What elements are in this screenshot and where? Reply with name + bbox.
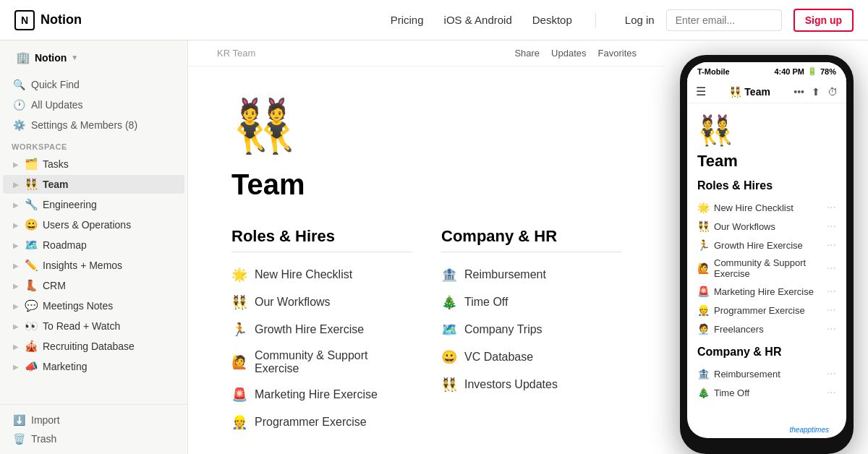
phone-item-more-icon[interactable]: ··· bbox=[827, 201, 836, 214]
sidebar-item-toread-label: To Read + Watch bbox=[43, 320, 179, 332]
phone-item-more-icon[interactable]: ··· bbox=[827, 304, 836, 317]
phone-list-item[interactable]: 🏦 Reimbursement ··· bbox=[697, 364, 836, 383]
list-item[interactable]: 🗺️ Company Trips bbox=[441, 316, 622, 343]
phone-item-emoji: 🌟 bbox=[697, 202, 710, 213]
phone-clock-icon[interactable]: ⏱ bbox=[827, 86, 838, 98]
phone-item-label: Programmer Exercise bbox=[714, 305, 805, 316]
phone-list-item[interactable]: 👯 Our Workflows ··· bbox=[697, 217, 836, 236]
phone-item-more-icon[interactable]: ··· bbox=[827, 367, 836, 380]
phone-more-icon[interactable]: ••• bbox=[793, 86, 804, 98]
sidebar-item-tasks[interactable]: ▶ 🗂️ Tasks bbox=[3, 155, 184, 174]
sidebar-item-marketing[interactable]: ▶ 📣 Marketing bbox=[3, 357, 184, 376]
sidebar-item-crm-label: CRM bbox=[43, 280, 179, 291]
phone-item-emoji: 🚨 bbox=[697, 286, 710, 297]
sidebar-item-meetings-label: Meetings Notes bbox=[43, 300, 179, 312]
trash-button[interactable]: 🗑️ Trash bbox=[3, 429, 184, 448]
phone-list-item[interactable]: 🎄 Time Off ··· bbox=[697, 383, 836, 402]
workspace-selector[interactable]: 🏢 Notion ▼ bbox=[10, 46, 177, 69]
phone-item-label: Time Off bbox=[714, 387, 749, 398]
all-updates-action[interactable]: 🕐 All Updates bbox=[3, 95, 184, 114]
workspace-chevron: ▼ bbox=[71, 53, 78, 61]
sidebar-item-team[interactable]: ▶ 👯 Team bbox=[3, 175, 184, 194]
phone-list-item[interactable]: 🏃 Growth Hire Exercise ··· bbox=[697, 236, 836, 254]
list-item[interactable]: 👯 Our Workflows bbox=[231, 288, 412, 316]
team-emoji: 👯 bbox=[25, 178, 38, 191]
community-support-label: Community & Support Exercise bbox=[255, 349, 412, 375]
content-area: KR Team Share Updates Favorites 👯 Team R… bbox=[188, 40, 868, 454]
phone-item-emoji: 👯 bbox=[697, 220, 710, 232]
list-item[interactable]: 😀 VC Database bbox=[441, 343, 622, 371]
phone-item-more-icon[interactable]: ··· bbox=[827, 220, 836, 233]
nav-links: Pricing iOS & Android Desktop bbox=[391, 14, 572, 26]
phone-item-more-icon[interactable]: ··· bbox=[827, 322, 836, 335]
sidebar-item-crm[interactable]: ▶ 👢 CRM bbox=[3, 276, 184, 295]
phone-item-label: Community & Support Exercise bbox=[714, 257, 827, 279]
chevron-icon: ▶ bbox=[13, 322, 19, 330]
phone-item-more-icon[interactable]: ··· bbox=[827, 262, 836, 275]
updates-button[interactable]: Updates bbox=[551, 48, 586, 59]
phone-item-left: 🌟 New Hire Checklist bbox=[697, 202, 793, 213]
import-button[interactable]: ⬇️ Import bbox=[3, 411, 184, 429]
list-item[interactable]: 🎄 Time Off bbox=[441, 288, 622, 316]
phone-company-title: Company & HR bbox=[697, 346, 836, 359]
reimbursement-emoji: 🏦 bbox=[441, 267, 457, 283]
phone-share-icon[interactable]: ⬆ bbox=[812, 86, 820, 98]
sidebar-item-recruiting-label: Recruiting Database bbox=[43, 340, 179, 352]
email-input[interactable] bbox=[666, 9, 782, 31]
phone-item-left: 🎄 Time Off bbox=[697, 387, 749, 398]
chevron-icon: ▶ bbox=[13, 302, 19, 310]
phone-item-more-icon[interactable]: ··· bbox=[827, 239, 836, 252]
list-item[interactable]: 🚨 Marketing Hire Exercise bbox=[231, 381, 412, 408]
sidebar-item-users-ops[interactable]: ▶ 😀 Users & Operations bbox=[3, 215, 184, 234]
list-item[interactable]: 🙋 Community & Support Exercise bbox=[231, 343, 412, 381]
list-item[interactable]: 🌟 New Hire Checklist bbox=[231, 261, 412, 288]
phone-item-more-icon[interactable]: ··· bbox=[827, 285, 836, 298]
engineering-emoji: 🔧 bbox=[25, 198, 38, 211]
quick-find-action[interactable]: 🔍 Quick Find bbox=[3, 75, 184, 94]
sidebar-item-insights[interactable]: ▶ ✏️ Insights + Memos bbox=[3, 256, 184, 275]
sidebar-item-toread[interactable]: ▶ 👀 To Read + Watch bbox=[3, 317, 184, 335]
page-body: 👯 Team Roles & Hires 🌟 New Hire Checklis… bbox=[188, 67, 665, 454]
phone-list-item[interactable]: 🙋 Community & Support Exercise ··· bbox=[697, 254, 836, 282]
phone-item-left: 🏃 Growth Hire Exercise bbox=[697, 239, 803, 251]
list-item[interactable]: 👷 Programmer Exercise bbox=[231, 408, 412, 436]
phone-mockup: T-Mobile 4:40 PM 🔋 78% ☰ 👯 Team bbox=[680, 55, 854, 454]
hamburger-icon[interactable]: ☰ bbox=[696, 85, 706, 98]
brand-name: Notion bbox=[41, 12, 82, 27]
sidebar: 🏢 Notion ▼ 🔍 Quick Find 🕐 All Updates ⚙️… bbox=[0, 40, 188, 454]
phone-item-emoji: 🧑‍💼 bbox=[697, 323, 710, 335]
phone-mockup-wrapper: T-Mobile 4:40 PM 🔋 78% ☰ 👯 Team bbox=[665, 40, 868, 454]
settings-action[interactable]: ⚙️ Settings & Members (8) bbox=[3, 116, 184, 134]
trash-icon: 🗑️ bbox=[13, 433, 25, 445]
phone-item-emoji: 🎄 bbox=[697, 387, 710, 398]
page-title: Team bbox=[231, 168, 622, 201]
list-item[interactable]: 🏃 Growth Hire Exercise bbox=[231, 316, 412, 343]
share-button[interactable]: Share bbox=[514, 48, 540, 59]
list-item[interactable]: 🏦 Reimbursement bbox=[441, 261, 622, 288]
signup-button[interactable]: Sign up bbox=[793, 9, 854, 32]
import-icon: ⬇️ bbox=[13, 414, 25, 426]
company-trips-label: Company Trips bbox=[464, 323, 542, 336]
phone-content: 👯 Team Roles & Hires 🌟 New Hire Checklis… bbox=[687, 103, 846, 429]
sidebar-item-engineering[interactable]: ▶ 🔧 Engineering bbox=[3, 195, 184, 214]
settings-label: Settings & Members (8) bbox=[31, 119, 137, 131]
nav-pricing[interactable]: Pricing bbox=[391, 14, 424, 26]
nav-ios-android[interactable]: iOS & Android bbox=[444, 14, 512, 26]
sidebar-item-recruiting[interactable]: ▶ 🎪 Recruiting Database bbox=[3, 337, 184, 356]
phone-list-item[interactable]: 👷 Programmer Exercise ··· bbox=[697, 301, 836, 320]
nav-divider bbox=[595, 13, 596, 27]
sidebar-item-meetings[interactable]: ▶ 💬 Meetings Notes bbox=[3, 296, 184, 315]
list-item[interactable]: 👯 Investors Updates bbox=[441, 371, 622, 398]
nav-desktop[interactable]: Desktop bbox=[532, 14, 572, 26]
phone-item-more-icon[interactable]: ··· bbox=[827, 386, 836, 399]
phone-watermark: theapptimes bbox=[687, 424, 836, 435]
phone-list-item[interactable]: 🧑‍💼 Freelancers ··· bbox=[697, 320, 836, 338]
login-button[interactable]: Log in bbox=[625, 14, 655, 26]
favorites-button[interactable]: Favorites bbox=[598, 48, 637, 59]
top-navigation: N Notion Pricing iOS & Android Desktop L… bbox=[0, 0, 868, 40]
sidebar-item-roadmap[interactable]: ▶ 🗺️ Roadmap bbox=[3, 236, 184, 254]
logo[interactable]: N Notion bbox=[14, 10, 82, 30]
phone-list-item[interactable]: 🌟 New Hire Checklist ··· bbox=[697, 198, 836, 217]
phone-list-item[interactable]: 🚨 Marketing Hire Exercise ··· bbox=[697, 282, 836, 301]
sidebar-item-marketing-label: Marketing bbox=[43, 361, 179, 372]
